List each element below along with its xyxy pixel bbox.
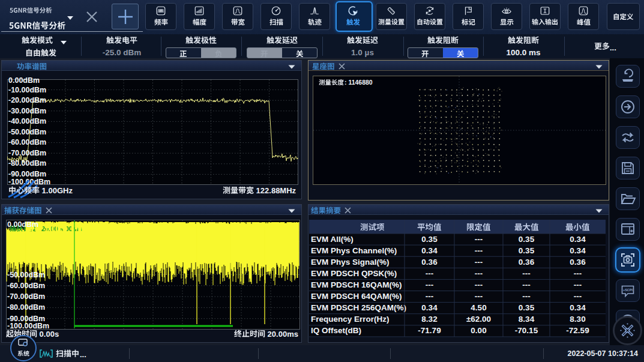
svg-text:+SCPI: +SCPI: [623, 288, 633, 292]
